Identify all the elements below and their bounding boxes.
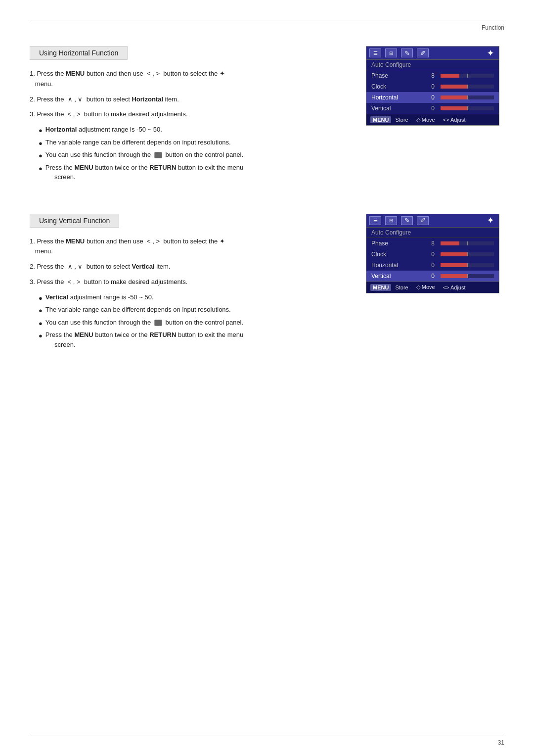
horizontal-left: Using Horizontal Function 1. Press the M… (30, 46, 346, 184)
vertical-bold-item: Vertical (132, 263, 154, 270)
horizontal-row-horizontal: Horizontal 0 (366, 92, 499, 103)
vertical-menu-tab-5: ✦ (484, 216, 496, 225)
menu-tab-4: ✐ (417, 48, 429, 57)
horizontal-menu-footer: MENU Store ◇ Move <> Adjust (366, 114, 499, 125)
vertical-bold-range: Vertical (45, 293, 68, 301)
horizontal-section: Using Horizontal Function 1. Press the M… (30, 46, 504, 184)
page-number: 31 (498, 739, 504, 746)
vertical-row-phase: Phase 8 (366, 238, 499, 249)
vertical-menu-tab-3: ✎ (401, 216, 413, 225)
bottom-divider (30, 736, 504, 736)
vertical-row-clock: Clock 0 (366, 249, 499, 260)
menu-tab-5: ✦ (484, 48, 496, 57)
vertical-step1: 1. Press the MENU button and then use < … (30, 236, 346, 257)
vertical-auto-configure: Auto Configure (366, 228, 499, 238)
vertical-row-horizontal: Horizontal 0 (366, 260, 499, 271)
horizontal-bullet-3: ● You can use this function through the … (39, 150, 346, 161)
vertical-left: Using Vertical Function 1. Press the MEN… (30, 214, 346, 352)
vertical-menu-tab-1: ☰ (369, 216, 381, 225)
horizontal-bold-range: Horizontal (45, 126, 77, 133)
horizontal-bullet-2: ● The variable range can be different de… (39, 138, 346, 148)
page: Function Using Horizontal Function 1. Pr… (0, 0, 534, 756)
horizontal-bold-item: Horizontal (132, 95, 163, 103)
horizontal-step1: 1. Press the MENU button and then use < … (30, 69, 346, 90)
vertical-bullets: ● Vertical adjustment range is -50 ~ 50.… (39, 292, 346, 350)
horizontal-menu-box: ☰ ⊟ ✎ ✐ ✦ Auto Configure Phase 8 (366, 46, 499, 126)
vertical-step3: 3. Press the < , > button to make desire… (30, 277, 346, 287)
vertical-menu-tab-2: ⊟ (385, 216, 397, 225)
vertical-bullet-3: ● You can use this function through the … (39, 318, 346, 329)
menu-tag-h: MENU (370, 116, 391, 123)
menu-bold-v1: MENU (66, 237, 85, 245)
horizontal-row-clock: Clock 0 (366, 81, 499, 92)
section-label: Function (30, 24, 504, 31)
vertical-row-vertical: Vertical 0 (366, 271, 499, 282)
vertical-step2: 2. Press the ∧ , ∨ button to select Vert… (30, 262, 346, 272)
control-icon-v (154, 320, 162, 326)
control-icon-h (154, 152, 162, 158)
vertical-title: Using Vertical Function (30, 214, 119, 228)
horizontal-menu-header: ☰ ⊟ ✎ ✐ ✦ (366, 47, 499, 60)
horizontal-step2: 2. Press the ∧ , ∨ button to select Hori… (30, 94, 346, 105)
vertical-menu: ☰ ⊟ ✎ ✐ ✦ Auto Configure Phase 8 (366, 214, 504, 352)
vertical-menu-footer: MENU Store ◇ Move <> Adjust (366, 282, 499, 293)
horizontal-row-phase: Phase 8 (366, 70, 499, 81)
vertical-menu-box: ☰ ⊟ ✎ ✐ ✦ Auto Configure Phase 8 (366, 214, 499, 293)
horizontal-bullets: ● Horizontal adjustment range is -50 ~ 5… (39, 125, 346, 182)
vertical-menu-tab-4: ✐ (417, 216, 429, 225)
horizontal-step3: 3. Press the < , > button to make desire… (30, 109, 346, 120)
menu-bold-h1: MENU (66, 70, 85, 77)
menu-tab-3: ✎ (401, 48, 413, 57)
horizontal-menu: ☰ ⊟ ✎ ✐ ✦ Auto Configure Phase 8 (366, 46, 504, 184)
vertical-bullet-1: ● Vertical adjustment range is -50 ~ 50. (39, 292, 346, 303)
horizontal-title: Using Horizontal Function (30, 46, 128, 60)
menu-tab-2: ⊟ (385, 48, 397, 57)
horizontal-bullet-1: ● Horizontal adjustment range is -50 ~ 5… (39, 125, 346, 136)
menu-tag-v: MENU (370, 284, 391, 291)
menu-tab-1: ☰ (369, 48, 381, 57)
top-divider (30, 20, 504, 20)
vertical-menu-header: ☰ ⊟ ✎ ✐ ✦ (366, 214, 499, 228)
section-text: Function (482, 24, 504, 31)
horizontal-auto-configure: Auto Configure (366, 60, 499, 70)
vertical-bullet-2: ● The variable range can be different de… (39, 305, 346, 316)
vertical-bullet-4: ● Press the MENU button twice or the RET… (39, 330, 346, 349)
vertical-section: Using Vertical Function 1. Press the MEN… (30, 214, 504, 352)
horizontal-bullet-4: ● Press the MENU button twice or the RET… (39, 163, 346, 182)
horizontal-row-vertical: Vertical 0 (366, 103, 499, 114)
